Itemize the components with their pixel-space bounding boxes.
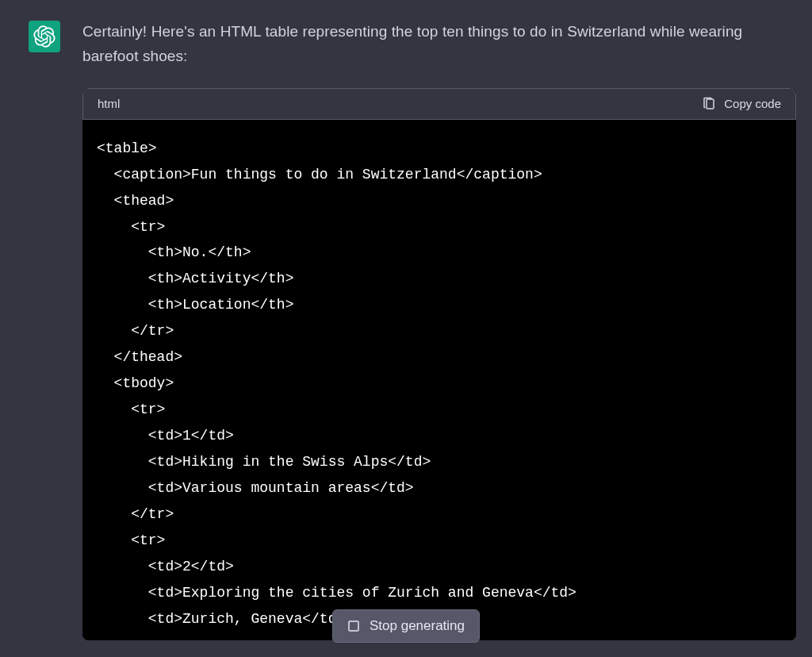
code-language-label: html — [98, 97, 120, 110]
assistant-avatar — [29, 21, 60, 52]
copy-code-label: Copy code — [724, 97, 781, 110]
svg-rect-0 — [707, 99, 714, 109]
stop-generating-label: Stop generating — [370, 618, 465, 634]
clipboard-icon — [702, 97, 716, 111]
copy-code-button[interactable]: Copy code — [702, 97, 781, 111]
svg-rect-1 — [349, 621, 358, 631]
stop-icon — [347, 620, 360, 632]
stop-generating-button[interactable]: Stop generating — [332, 609, 480, 643]
openai-logo-icon — [33, 25, 56, 48]
code-block: html Copy code <table> <caption>Fun thin… — [82, 88, 796, 640]
assistant-intro-text: Certainly! Here's an HTML table represen… — [82, 19, 796, 69]
code-block-header: html Copy code — [82, 88, 796, 120]
code-content[interactable]: <table> <caption>Fun things to do in Swi… — [82, 120, 796, 640]
